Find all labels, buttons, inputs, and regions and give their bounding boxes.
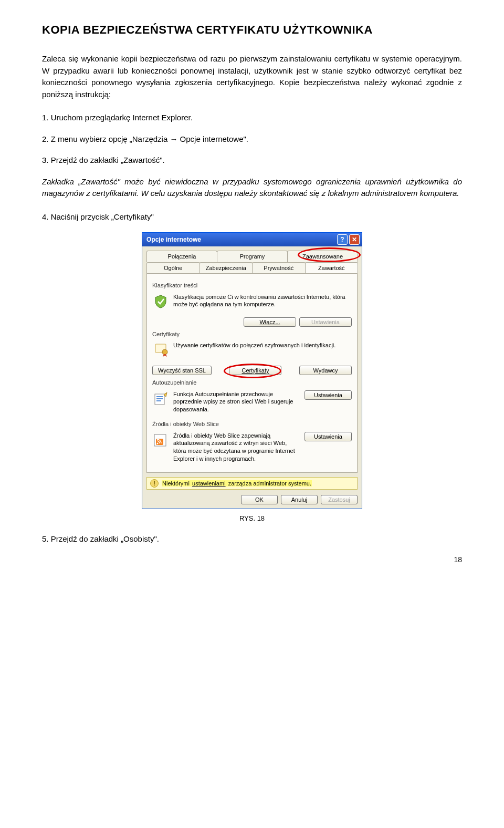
wydawcy-button[interactable]: Wydawcy: [299, 366, 352, 375]
section-auto-label: Autouzupełnianie: [152, 378, 352, 387]
admin-warning-text: Niektórymi ustawieniami zarządza adminis…: [162, 479, 312, 488]
step-3-note: Zakładka „Zawartość" może być niewidoczn…: [42, 176, 462, 200]
anuluj-button[interactable]: Anuluj: [281, 495, 318, 504]
tab-prywatnosc[interactable]: Prywatność: [252, 262, 306, 274]
zastosuj-button: Zastosuj: [321, 495, 358, 504]
figure-caption: RYS. 18: [42, 513, 462, 524]
rss-desc: Źródła i obiekty Web Slice zapewniają ak…: [173, 432, 300, 463]
tab-zawartosc[interactable]: Zawartość: [305, 262, 359, 274]
warning-icon: !: [150, 479, 159, 488]
red-circle-tab: [298, 247, 361, 262]
tab-ogolne[interactable]: Ogólne: [146, 262, 200, 274]
step-1: 1. Uruchom przeglądarkę Internet Explore…: [42, 112, 462, 124]
step-5: 5. Przejdź do zakładki „Osobisty".: [42, 533, 462, 545]
rss-icon: [152, 432, 169, 449]
intro-paragraph: Zaleca się wykonanie kopii bezpieczeństw…: [42, 53, 462, 100]
step-3: 3. Przejdź do zakładki „Zawartość".: [42, 154, 462, 167]
dialog-title: Opcje internetowe: [146, 235, 201, 244]
certificate-icon: [152, 341, 169, 358]
svg-point-1: [162, 349, 167, 355]
page-title: KOPIA BEZPIECZEŃSTWA CERTYFIKATU UŻYTKOW…: [42, 21, 462, 38]
certyfikaty-desc: Używanie certyfikatów do połączeń szyfro…: [173, 341, 352, 349]
section-klasyfikator-label: Klasyfikator treści: [152, 281, 352, 290]
dialog-screenshot: Opcje internetowe ? ✕ Połączenia Program…: [42, 232, 462, 509]
auto-desc: Funkcja Autouzupełnianie przechowuje pop…: [173, 390, 300, 414]
autocomplete-icon: [152, 390, 169, 407]
wlacz-button[interactable]: Włącz...: [244, 317, 296, 327]
svg-rect-3: [156, 396, 163, 397]
svg-rect-5: [156, 400, 161, 401]
svg-rect-7: [156, 439, 163, 445]
section-certyfikaty-label: Certyfikaty: [152, 330, 352, 339]
tab-content-panel: Klasyfikator treści Klasyfikacja pomoże …: [146, 273, 358, 473]
tab-programy[interactable]: Programy: [217, 251, 288, 262]
page-number: 18: [42, 554, 462, 565]
help-icon[interactable]: ?: [337, 234, 348, 245]
section-rss-label: Źródła i obiekty Web Slice: [152, 420, 352, 429]
klasyfikator-desc: Klasyfikacja pomoże Ci w kontrolowaniu z…: [173, 293, 352, 309]
close-icon[interactable]: ✕: [349, 234, 360, 245]
tab-polaczenia[interactable]: Połączenia: [146, 251, 217, 262]
dialog-titlebar: Opcje internetowe ? ✕: [142, 233, 362, 246]
red-circle-certyfikaty: [224, 364, 281, 378]
svg-point-8: [157, 442, 159, 444]
admin-warning-bar: ! Niektórymi ustawieniami zarządza admin…: [146, 477, 358, 490]
ustawienia-rss-button[interactable]: Ustawienia: [304, 432, 352, 441]
wyczysc-ssl-button[interactable]: Wyczyść stan SSL: [152, 366, 212, 375]
tab-zabezpieczenia[interactable]: Zabezpieczenia: [200, 262, 253, 274]
internet-options-dialog: Opcje internetowe ? ✕ Połączenia Program…: [142, 232, 362, 509]
dialog-footer: OK Anuluj Zastosuj: [142, 491, 362, 509]
shield-icon: [152, 293, 169, 310]
ok-button[interactable]: OK: [241, 495, 278, 504]
ustawienia-auto-button[interactable]: Ustawienia: [304, 390, 352, 400]
svg-rect-4: [156, 398, 163, 399]
ustawienia-klas-button: Ustawienia: [299, 317, 352, 327]
step-4: 4. Naciśnij przycisk „Certyfikaty": [42, 211, 462, 223]
step-2: 2. Z menu wybierz opcję „Narzędzia → Opc…: [42, 133, 462, 146]
